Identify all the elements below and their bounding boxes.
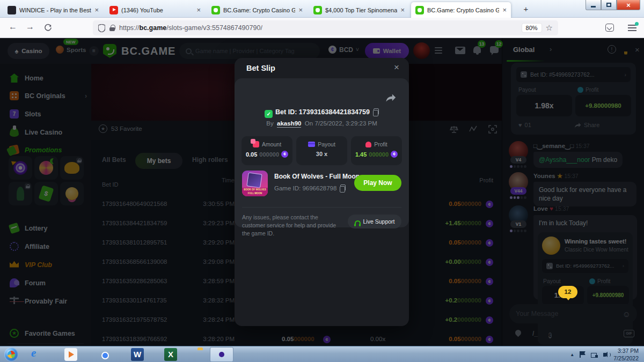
reload-icon[interactable] xyxy=(44,24,52,32)
support-note: Any issues, please contact the customer … xyxy=(242,213,339,238)
play-now-button[interactable]: Play Now xyxy=(354,175,401,191)
browser-navbar: ← → https://bc.game/slots-game/v3:557486… xyxy=(0,18,644,38)
tab-title: BC.Game: Crypto Casino Games xyxy=(427,7,499,13)
tab-close-icon[interactable]: × xyxy=(298,6,303,13)
new-tab-button[interactable]: + xyxy=(519,4,532,16)
word-icon[interactable]: W xyxy=(131,348,144,361)
divider xyxy=(242,207,401,208)
url-bar[interactable]: https://bc.game/slots-game/v3:5574867490… xyxy=(93,20,558,35)
browser-tab-bcgame-1[interactable]: BC.Game: Crypto Casino Games × xyxy=(207,2,307,18)
menu-hamburger-icon[interactable] xyxy=(628,25,636,31)
bet-details-card: ✓Bet ID: 1739316384421834759 By akash90 … xyxy=(235,78,409,227)
tab-close-icon[interactable]: × xyxy=(196,6,201,13)
clock-time: 3:37 PM xyxy=(613,347,639,354)
bet-slip-modal: Bet Slip × ✓Bet ID: 1739316384421834759 … xyxy=(235,58,409,326)
bcgame-favicon xyxy=(313,6,322,14)
back-icon[interactable]: ← xyxy=(9,22,17,32)
browser-tab-windice[interactable]: WINDICE - Play in the Best Bitco × xyxy=(3,2,103,18)
tab-title: (1346) YouTube xyxy=(121,7,193,13)
copy-icon[interactable] xyxy=(373,108,379,115)
clock-date: 7/25/2022 xyxy=(613,354,639,362)
amount-stat: Amount 0.05000000¢ xyxy=(241,136,292,165)
internet-explorer-icon[interactable]: e xyxy=(31,346,44,359)
windows-taskbar: e W X ▲ 3:37 PM 7/25/2022 xyxy=(0,346,644,362)
window-close-button[interactable]: × xyxy=(617,0,640,10)
url-text[interactable]: https://bc.game/slots-game/v3:5574867490… xyxy=(119,24,262,32)
game-title: Book Of Wolves - Full Moon xyxy=(274,173,360,180)
profit-stat: Profit 1.45000000¢ xyxy=(351,136,402,165)
game-id: Game ID: 9696628798 xyxy=(274,184,346,191)
bet-byline: By akash90 On 7/25/2022, 3:29:23 PM xyxy=(235,120,409,127)
unread-messages-badge[interactable]: 12 xyxy=(558,286,577,298)
amount-dice-icon xyxy=(253,141,259,147)
taskbar-clock[interactable]: 3:37 PM 7/25/2022 xyxy=(613,347,639,362)
share-arrow-icon[interactable] xyxy=(385,93,396,102)
window-restore-button[interactable] xyxy=(601,0,617,10)
excel-icon[interactable]: X xyxy=(164,348,177,361)
start-button[interactable] xyxy=(4,348,18,361)
tab-close-icon[interactable]: × xyxy=(94,6,99,13)
username-link[interactable]: akash90 xyxy=(277,120,301,128)
tray-expand-icon[interactable]: ▲ xyxy=(570,352,574,357)
browser-tab-bcgame-active[interactable]: BC.Game: Crypto Casino Games × xyxy=(411,2,511,18)
browser-tab-spinomenal[interactable]: $4,000 Top Tier Spinomenal Mul × xyxy=(309,2,409,18)
headset-icon xyxy=(355,220,361,225)
bet-stats-row: Amount 0.05000000¢ Payout 30 x Profit 1.… xyxy=(241,136,402,165)
window-controls: × xyxy=(586,0,640,10)
youtube-favicon xyxy=(109,6,118,14)
bcgame-page: ♠ Casino Sports NEW ≡ BC.GAME ¢ BCD ˅ xyxy=(0,38,644,346)
payout-stat: Payout 30 x xyxy=(296,136,347,165)
modal-title: Bet Slip xyxy=(246,64,275,72)
media-player-icon[interactable] xyxy=(64,348,77,361)
desktop-screen: WINDICE - Play in the Best Bitco × (1346… xyxy=(0,0,644,362)
lock-icon[interactable] xyxy=(109,25,115,31)
bcgame-favicon xyxy=(211,6,220,14)
system-tray: ▲ 3:37 PM 7/25/2022 xyxy=(570,346,644,362)
browser-tab-strip: WINDICE - Play in the Best Bitco × (1346… xyxy=(0,0,644,18)
browser-tab-youtube[interactable]: (1346) YouTube × xyxy=(105,2,205,18)
tab-title: BC.Game: Crypto Casino Games xyxy=(223,7,295,13)
bookmark-star-icon[interactable]: ☆ xyxy=(546,23,553,33)
game-art xyxy=(246,172,262,188)
modal-close-icon[interactable]: × xyxy=(394,62,399,73)
coin-icon: ¢ xyxy=(391,151,398,158)
menu-notification-dot xyxy=(635,22,639,26)
action-center-flag-icon[interactable] xyxy=(580,351,586,358)
copy-icon[interactable] xyxy=(340,184,346,191)
profit-icon xyxy=(365,142,371,147)
zoom-level-badge[interactable]: 80% xyxy=(522,24,541,32)
coin-icon: ¢ xyxy=(281,151,288,158)
shield-permissions-icon[interactable] xyxy=(98,24,105,32)
volume-icon[interactable] xyxy=(603,353,606,357)
tab-close-icon[interactable]: × xyxy=(502,6,507,13)
windice-favicon xyxy=(8,6,16,14)
tab-close-icon[interactable]: × xyxy=(400,6,405,13)
game-thumbnail[interactable]: BOOK OF WOLVESFULL MOON xyxy=(242,171,268,196)
forward-icon[interactable]: → xyxy=(26,22,34,32)
live-support-button[interactable]: Live Support xyxy=(348,215,401,228)
pocket-icon[interactable] xyxy=(605,24,614,32)
window-minimize-button[interactable] xyxy=(586,0,601,10)
bcgame-favicon xyxy=(415,6,424,14)
tab-title: WINDICE - Play in the Best Bitco xyxy=(19,7,91,13)
network-icon[interactable] xyxy=(591,352,598,358)
tab-title: $4,000 Top Tier Spinomenal Mul xyxy=(325,7,397,13)
payout-card-icon xyxy=(308,142,315,147)
verified-shield-icon: ✓ xyxy=(265,110,273,118)
bet-id-line: ✓Bet ID: 1739316384421834759 xyxy=(235,108,409,118)
